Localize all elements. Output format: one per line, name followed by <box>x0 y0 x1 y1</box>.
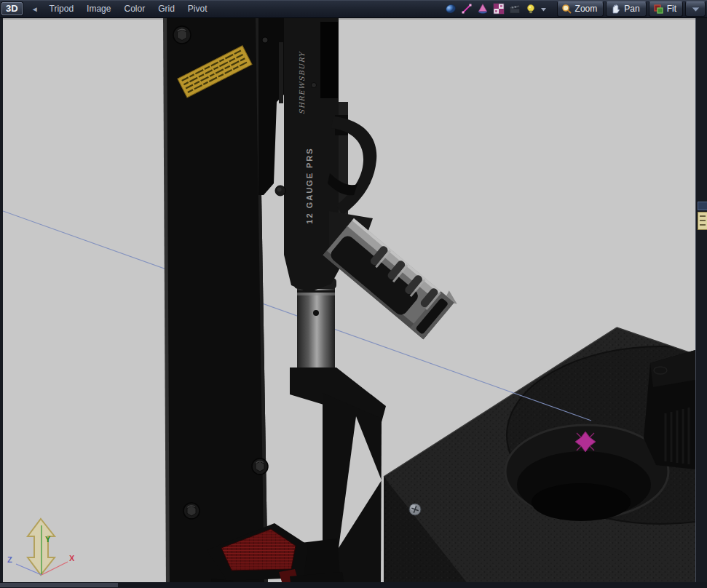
edge-widget-blue[interactable] <box>698 202 707 210</box>
collapse-arrow-icon[interactable]: ◄ <box>31 5 39 13</box>
lightbulb-icon[interactable] <box>524 2 537 15</box>
toolbar-dropdown-button[interactable] <box>685 1 706 17</box>
menu-pivot[interactable]: Pivot <box>181 1 214 16</box>
fit-squares-icon <box>653 4 664 15</box>
zoom-button-label: Zoom <box>575 4 598 14</box>
viewport-top-shadow <box>3 18 695 20</box>
pan-button-label: Pan <box>624 4 639 14</box>
polyline-icon[interactable] <box>460 2 473 15</box>
lightbulb-dropdown-icon[interactable] <box>540 2 548 15</box>
texture-checker-icon[interactable] <box>492 2 505 15</box>
panel-bolt-mid <box>252 458 268 474</box>
sphere-icon[interactable] <box>444 2 457 15</box>
gun-marking-caliber: 12 GAUGE PRS <box>305 147 314 223</box>
pivot-marker[interactable] <box>575 432 596 452</box>
zoom-button[interactable]: Zoom <box>557 1 604 17</box>
scene-canvas[interactable]: SHREWSBURY 12 GAUGE PRS <box>3 18 695 582</box>
cone-icon[interactable] <box>476 2 489 15</box>
status-bar-segment <box>0 583 118 587</box>
rack-panel[interactable] <box>163 18 268 582</box>
clapperboard-icon[interactable] <box>508 2 521 15</box>
menu-tripod[interactable]: Tripod <box>43 1 81 16</box>
view-mode-badge-3d[interactable]: 3D <box>1 2 23 15</box>
y-axis-label: Y <box>45 535 51 544</box>
fit-button-label: Fit <box>667 4 676 14</box>
z-axis-label: Z <box>7 555 12 564</box>
hand-icon <box>610 4 621 15</box>
magnifier-icon <box>561 4 572 15</box>
viewport-3d[interactable]: SHREWSBURY 12 GAUGE PRS <box>3 18 695 582</box>
case-latch-object <box>644 350 695 469</box>
panel-bolt-bottom <box>183 503 200 519</box>
fit-button[interactable]: Fit <box>649 1 683 17</box>
magazine-tube <box>294 278 336 370</box>
menu-image[interactable]: Image <box>80 1 117 16</box>
pan-button[interactable]: Pan <box>606 1 646 17</box>
x-axis-label: X <box>69 554 75 563</box>
gun-marking-brand: SHREWSBURY <box>298 50 306 114</box>
right-panel-edge <box>695 18 707 582</box>
case-screw <box>409 504 421 515</box>
edge-widget-note[interactable] <box>698 212 707 230</box>
display-icon-panel <box>441 1 551 16</box>
app-window: 3D ◄ Tripod Image Color Grid Pivot <box>0 0 707 588</box>
menu-grid[interactable]: Grid <box>151 1 181 16</box>
main-toolbar: 3D ◄ Tripod Image Color Grid Pivot <box>0 0 707 18</box>
panel-bolt-top <box>173 26 191 44</box>
menu-color[interactable]: Color <box>117 1 151 16</box>
bottom-frame <box>0 582 707 588</box>
